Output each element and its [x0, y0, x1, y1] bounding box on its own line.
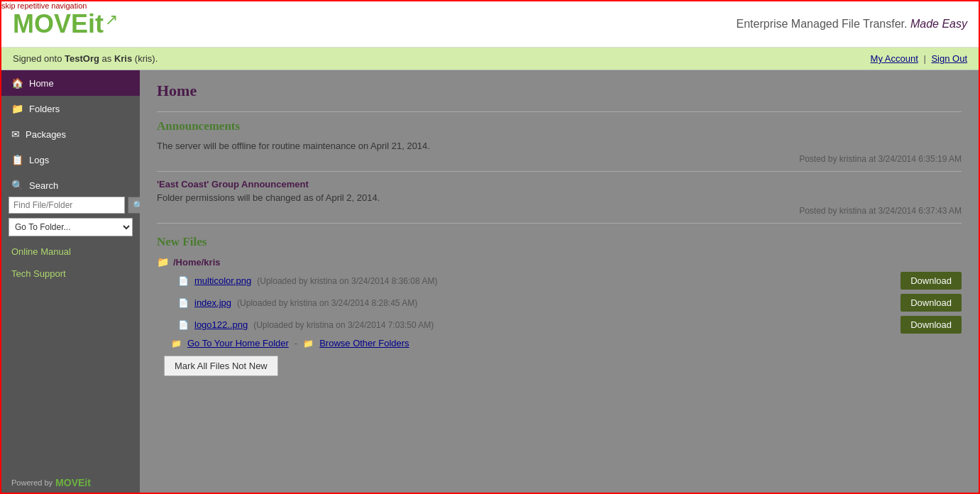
search-input-row: 🔍 — [9, 197, 133, 214]
skip-nav-link[interactable]: skip repetitive navigation — [1, 1, 87, 10]
file-icon-2: 📄 — [178, 320, 189, 330]
new-files-title: New Files — [157, 235, 962, 249]
divider-before-files — [157, 223, 962, 224]
status-bar-text: Signed onto TestOrg as Kris (kris). — [13, 53, 158, 64]
tech-support-link[interactable]: Tech Support — [1, 263, 140, 285]
file-meta-0: (Uploaded by kristina on 3/24/2014 8:36:… — [257, 276, 437, 286]
nav-browse-icon: 📁 — [303, 339, 314, 348]
nav-folder-icon: 📁 — [171, 339, 182, 348]
sidebar-item-packages[interactable]: ✉ Packages — [1, 121, 140, 147]
content-inner: Home Announcements The server will be of… — [140, 70, 979, 388]
online-manual-link[interactable]: Online Manual — [1, 241, 140, 263]
separator: | — [923, 53, 925, 64]
divider-mid — [157, 171, 962, 172]
username: Kris — [114, 53, 132, 64]
sign-out-link[interactable]: Sign Out — [931, 53, 967, 64]
sidebar-item-label-home: Home — [29, 78, 54, 89]
sidebar: 🏠 Home 📁 Folders ✉ Packages 📋 Logs 🔍 Sea… — [1, 70, 140, 494]
file-name-2[interactable]: logo122..png — [194, 319, 248, 330]
file-name-1[interactable]: index.jpg — [194, 297, 231, 308]
logo-arrow-icon: ↗ — [105, 11, 118, 29]
home-icon: 🏠 — [11, 77, 23, 89]
org-name: TestOrg — [65, 53, 99, 64]
mark-all-files-not-new-button[interactable]: Mark All Files Not New — [164, 356, 278, 376]
sidebar-item-home[interactable]: 🏠 Home — [1, 70, 140, 96]
folder-row: 📁 /Home/kris — [157, 256, 962, 268]
folder-icon: 📁 — [157, 256, 169, 268]
sidebar-item-label-packages: Packages — [26, 129, 66, 140]
file-row-1: 📄 index.jpg (Uploaded by kristina on 3/2… — [178, 294, 962, 312]
announcement-2-title: 'East Coast' Group Announcement — [157, 179, 962, 190]
announcements-title: Announcements — [157, 119, 962, 133]
status-bar-links: My Account | Sign Out — [871, 53, 967, 64]
announcement-2: 'East Coast' Group Announcement Folder p… — [157, 179, 962, 216]
logo-text: MOVEit — [13, 11, 104, 37]
file-icon-1: 📄 — [178, 298, 189, 308]
powered-by-label: Powered by — [11, 478, 53, 487]
search-box-area: 🔍 Go To Folder... — [1, 192, 140, 241]
file-meta-1: (Uploaded by kristina on 3/24/2014 8:28:… — [237, 298, 417, 308]
tagline-plain: Enterprise Managed File Transfer. — [736, 18, 907, 30]
goto-home-folder-link[interactable]: Go To Your Home Folder — [187, 338, 289, 348]
logs-icon: 📋 — [11, 154, 23, 165]
sidebar-item-logs[interactable]: 📋 Logs — [1, 147, 140, 172]
search-label-text: Search — [29, 180, 58, 191]
folders-icon: 📁 — [11, 103, 23, 114]
footer-logo: MOVEit — [55, 477, 91, 488]
goto-folder-select[interactable]: Go To Folder... — [9, 218, 133, 236]
status-bar: Signed onto TestOrg as Kris (kris). My A… — [1, 48, 979, 70]
new-files-section: New Files 📁 /Home/kris 📄 multicolor.png … — [157, 235, 962, 376]
search-input[interactable] — [9, 197, 125, 214]
download-button-1[interactable]: Download — [901, 294, 962, 312]
search-section-icon: 🔍 — [11, 180, 23, 191]
folder-nav-row: 📁 Go To Your Home Folder - 📁 Browse Othe… — [171, 338, 962, 348]
content-area: Home Announcements The server will be of… — [140, 70, 979, 494]
file-row-0: 📄 multicolor.png (Uploaded by kristina o… — [178, 272, 962, 290]
packages-icon: ✉ — [11, 128, 20, 140]
page-title: Home — [157, 82, 962, 100]
announcement-1-text: The server will be offline for routine m… — [157, 141, 962, 151]
logo-area: MOVEit ↗ — [13, 11, 118, 37]
browse-other-folders-link[interactable]: Browse Other Folders — [319, 338, 409, 348]
announcements-section: Announcements The server will be offline… — [157, 119, 962, 216]
as-label: as — [102, 53, 114, 64]
download-button-0[interactable]: Download — [901, 272, 962, 290]
tagline-accent: Made Easy — [910, 18, 967, 30]
tagline: Enterprise Managed File Transfer. Made E… — [736, 18, 967, 31]
announcement-1: The server will be offline for routine m… — [157, 141, 962, 164]
announcement-2-text: Folder permissions will be changed as of… — [157, 192, 962, 203]
file-icon-0: 📄 — [178, 276, 189, 286]
sidebar-item-folders[interactable]: 📁 Folders — [1, 96, 140, 121]
my-account-link[interactable]: My Account — [871, 53, 918, 64]
folder-name: /Home/kris — [173, 257, 220, 268]
file-row-2: 📄 logo122..png (Uploaded by kristina on … — [178, 316, 962, 334]
top-header: MOVEit ↗ Enterprise Managed File Transfe… — [1, 1, 979, 48]
sidebar-item-label-logs: Logs — [29, 155, 49, 165]
search-label: 🔍 Search — [1, 172, 140, 192]
nav-separator: - — [294, 338, 297, 348]
username-kris: (kris). — [135, 53, 158, 64]
announcement-2-meta: Posted by kristina at 3/24/2014 6:37:43 … — [157, 206, 962, 216]
download-button-2[interactable]: Download — [901, 316, 962, 334]
file-name-0[interactable]: multicolor.png — [194, 275, 251, 286]
divider-top — [157, 111, 962, 112]
signed-on-label: Signed onto — [13, 53, 62, 64]
sidebar-item-label-folders: Folders — [29, 104, 60, 114]
sidebar-footer: Powered by MOVEit — [1, 470, 140, 494]
mark-all-container: Mark All Files Not New — [157, 348, 962, 376]
announcement-1-meta: Posted by kristina at 3/24/2014 6:35:19 … — [157, 154, 962, 164]
main-layout: 🏠 Home 📁 Folders ✉ Packages 📋 Logs 🔍 Sea… — [1, 70, 979, 494]
file-meta-2: (Uploaded by kristina on 3/24/2014 7:03:… — [253, 320, 434, 330]
